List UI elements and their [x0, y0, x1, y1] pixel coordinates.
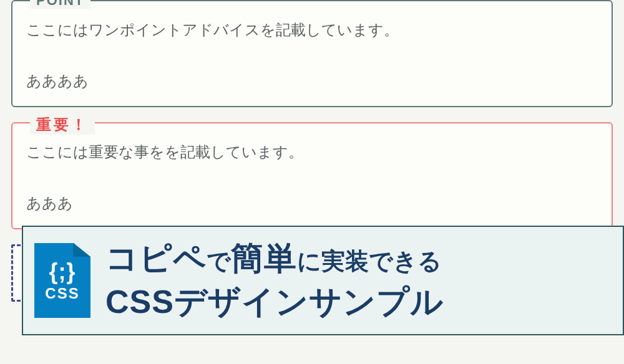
css-icon-label: CSS	[45, 285, 79, 302]
point-text-2: ああああ	[26, 70, 598, 92]
banner-word-jissou: に実装できる	[297, 246, 442, 277]
point-text-1: ここにはワンポイントアドバイスを記載しています。	[26, 19, 598, 41]
point-box: POINT ここにはワンポイントアドバイスを記載しています。 ああああ	[11, 0, 613, 107]
banner-word-copipe: コピペ	[105, 237, 207, 280]
css-icon-braces: {;}	[49, 259, 76, 285]
point-legend: POINT	[30, 0, 90, 9]
important-text-1: ここには重要な事をを記載しています。	[26, 141, 598, 163]
important-box: 重要！ ここには重要な事をを記載しています。 あああ	[11, 122, 613, 229]
important-text-2: あああ	[26, 192, 598, 214]
banner-word-cssdesign: CSSデザインサンプル	[105, 280, 444, 324]
banner-line-2: CSSデザインサンプル	[105, 280, 444, 324]
important-legend: 重要！	[30, 115, 95, 135]
banner-word-kantan: 簡単	[231, 237, 297, 280]
banner-word-de: で	[207, 246, 231, 277]
css-file-icon: {;} CSS	[34, 243, 90, 318]
banner-text: コピペ で 簡単 に実装できる CSSデザインサンプル	[105, 237, 444, 324]
banner-line-1: コピペ で 簡単 に実装できる	[105, 237, 444, 280]
css-sample-banner: {;} CSS コピペ で 簡単 に実装できる CSSデザインサンプル	[22, 226, 624, 335]
